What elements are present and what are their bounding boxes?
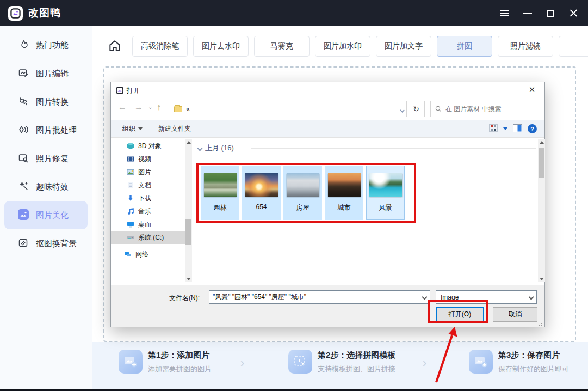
- address-bar[interactable]: «: [170, 101, 407, 117]
- sidebar-item-cutout[interactable]: 抠图换背景: [0, 229, 92, 258]
- sidebar-item-beautify[interactable]: 图片美化: [4, 201, 88, 229]
- filename-dropdown-icon[interactable]: [419, 291, 430, 303]
- folder-tree: 3D 对象 视频 图片 文档 下载 音乐: [111, 139, 185, 261]
- close-icon[interactable]: [564, 4, 583, 22]
- collapse-chevron-icon: [197, 145, 203, 151]
- tab-partial[interactable]: [559, 36, 588, 57]
- sidebar-item-label: 图片转换: [36, 97, 69, 107]
- view-grid-icon[interactable]: [489, 124, 498, 134]
- file-grid: 园林 654 房屋 城市 风景: [201, 166, 405, 220]
- step-title: 第3步：保存图片: [498, 350, 569, 361]
- address-dropdown-icon[interactable]: [400, 106, 404, 114]
- step-title: 第2步：选择拼图模板: [318, 350, 395, 361]
- sidebar-item-effects[interactable]: 趣味特效: [0, 173, 92, 201]
- organize-button[interactable]: 组织: [122, 124, 143, 133]
- tree-item-documents[interactable]: 文档: [111, 179, 185, 192]
- tab-collage[interactable]: 拼图: [437, 36, 492, 57]
- dialog-close-icon[interactable]: ✕: [519, 82, 544, 97]
- group-divider: [251, 148, 536, 149]
- image-convert-icon: [18, 96, 29, 108]
- new-folder-button[interactable]: 新建文件夹: [158, 124, 191, 133]
- sidebar-item-label: 照片修复: [36, 154, 69, 164]
- dialog-body: 3D 对象 视频 图片 文档 下载 音乐: [111, 138, 544, 285]
- tab-mosaic[interactable]: 马赛克: [254, 36, 310, 57]
- add-image-icon: [119, 350, 143, 374]
- file-item-house[interactable]: 房屋: [283, 166, 322, 220]
- dialog-toolbar: 组织 新建文件夹 ?: [111, 120, 544, 138]
- tree-item-system-drive[interactable]: 系统 (C:): [111, 231, 185, 244]
- 3d-objects-icon: [127, 142, 134, 150]
- tree-item-pictures[interactable]: 图片: [111, 166, 185, 179]
- maximize-icon[interactable]: [541, 4, 560, 22]
- scrollbar-thumb[interactable]: [539, 148, 544, 178]
- sidebar-item-repair[interactable]: 照片修复: [0, 144, 92, 173]
- save-image-icon: [469, 350, 493, 374]
- filename-input[interactable]: [209, 294, 419, 301]
- search-input[interactable]: [445, 105, 533, 113]
- cutout-background-icon: [18, 237, 29, 250]
- tab-remove-watermark[interactable]: 图片去水印: [193, 36, 249, 57]
- tree-item-videos[interactable]: 视频: [111, 152, 185, 166]
- dialog-title: 打开: [127, 86, 140, 95]
- file-item-654[interactable]: 654: [242, 166, 281, 220]
- scroll-up-icon[interactable]: [187, 141, 191, 144]
- tab-add-text[interactable]: 图片加文字: [376, 36, 431, 57]
- fun-effects-icon: [18, 181, 29, 193]
- forward-icon[interactable]: →: [134, 102, 143, 112]
- menu-icon[interactable]: [496, 4, 514, 22]
- tree-item-3d-objects[interactable]: 3D 对象: [111, 139, 185, 152]
- flame-icon: [18, 39, 29, 52]
- file-group-header[interactable]: 上月 (16): [198, 143, 234, 153]
- sidebar-item-batch[interactable]: 图片批处理: [0, 116, 92, 144]
- history-chevron-icon[interactable]: ⌄: [148, 104, 152, 110]
- folder-icon: [174, 106, 182, 112]
- file-thumbnail: [245, 173, 278, 197]
- tree-item-music[interactable]: 音乐: [111, 205, 185, 218]
- preview-pane-icon[interactable]: [513, 124, 522, 134]
- documents-icon: [127, 181, 134, 189]
- open-button[interactable]: 打开(O): [436, 307, 484, 322]
- dialog-footer: 文件名(N): Image 打开(O) 取消: [111, 285, 544, 327]
- resize-grip[interactable]: [538, 320, 543, 326]
- help-icon[interactable]: ?: [528, 124, 537, 133]
- minimize-icon[interactable]: [518, 4, 537, 22]
- step-2: 第2步：选择拼图模板 支持模板拼图、图片拼接: [288, 350, 395, 374]
- up-icon[interactable]: ↑: [157, 102, 161, 112]
- tree-item-downloads[interactable]: 下载: [111, 192, 185, 205]
- sidebar-item-convert[interactable]: 图片转换: [0, 88, 92, 116]
- view-options-caret-icon[interactable]: [503, 127, 507, 130]
- tab-add-watermark[interactable]: 图片加水印: [315, 36, 370, 57]
- scrollbar-thumb[interactable]: [185, 219, 191, 245]
- home-icon[interactable]: [108, 39, 122, 53]
- filename-combo: [209, 290, 430, 304]
- file-item-scenery[interactable]: 风景: [366, 166, 405, 220]
- filetype-select[interactable]: Image: [436, 290, 537, 304]
- app-title: 改图鸭: [28, 6, 61, 20]
- step-title: 第1步：添加图片: [148, 350, 212, 361]
- search-box[interactable]: [430, 101, 540, 117]
- cancel-button[interactable]: 取消: [493, 307, 537, 322]
- app-logo-icon: [8, 6, 23, 21]
- tab-photo-filter[interactable]: 照片滤镜: [498, 36, 553, 57]
- open-file-dialog: 打开 ✕ ← → ⌄ ↑ « ↻ 组织 新建文件夹 ?: [110, 82, 545, 327]
- back-icon[interactable]: ←: [118, 102, 127, 112]
- scroll-down-icon[interactable]: [187, 278, 191, 280]
- sidebar-item-hot[interactable]: 热门功能: [0, 31, 92, 59]
- sidebar-item-edit[interactable]: 图片编辑: [0, 59, 92, 88]
- file-item-garden[interactable]: 园林: [201, 166, 239, 220]
- refresh-icon[interactable]: ↻: [408, 101, 425, 117]
- tree-item-desktop[interactable]: 桌面: [111, 218, 185, 231]
- photo-repair-icon: [18, 152, 29, 165]
- search-icon: [435, 106, 442, 112]
- files-scrollbar[interactable]: [538, 139, 545, 282]
- file-item-city[interactable]: 城市: [325, 166, 363, 220]
- tab-erase-pen[interactable]: 高级消除笔: [132, 36, 188, 57]
- dialog-app-icon: [116, 87, 123, 94]
- sidebar: 热门功能 图片编辑 图片转换 图片批处理 照片修复 趣味特效 图片美化 抠图换背…: [0, 26, 92, 391]
- scroll-up-icon[interactable]: [540, 141, 544, 144]
- tree-scrollbar[interactable]: [185, 139, 192, 282]
- step-3: 第3步：保存图片 保存制作好的图片即可: [469, 350, 569, 374]
- scroll-down-icon[interactable]: [540, 278, 544, 280]
- tree-item-network[interactable]: 网络: [111, 248, 185, 261]
- sidebar-item-label: 趣味特效: [36, 182, 69, 192]
